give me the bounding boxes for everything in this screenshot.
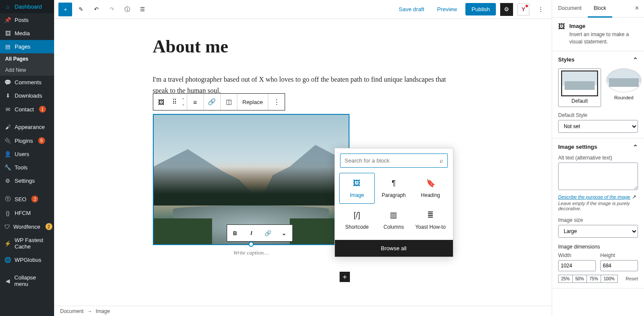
caption-more-button[interactable]: ⌄ — [276, 225, 292, 241]
nav-tools[interactable]: 🔧Tools — [0, 161, 54, 174]
add-block-button[interactable]: ＋ — [58, 3, 72, 16]
block-more-button[interactable]: ⋮ — [268, 94, 285, 110]
nav-pages[interactable]: ▤Pages — [0, 40, 54, 53]
heading-icon: 🔖 — [426, 178, 435, 188]
badge: 1 — [39, 106, 46, 113]
block-type-desc: Insert an image to make a visual stateme… — [569, 31, 638, 46]
more-options-button[interactable]: ⋮ — [534, 3, 547, 16]
settings-gear-button[interactable]: ⚙ — [500, 3, 513, 16]
save-draft-button[interactable]: Save draft — [395, 3, 428, 15]
pct-50[interactable]: 50% — [572, 275, 587, 283]
nav-comments[interactable]: 💬Comments — [0, 76, 54, 89]
image-caption[interactable]: Write caption… — [153, 247, 349, 259]
undo-button[interactable]: ↶ — [89, 3, 103, 16]
subnav-all-pages[interactable]: All Pages — [0, 53, 54, 64]
image-settings-panel: Image settings Alt text (alternative tex… — [552, 138, 644, 288]
outline-button[interactable]: ☰ — [136, 3, 149, 16]
caption-link-button[interactable]: 🔗 — [260, 225, 276, 241]
mail-icon: ✉ — [4, 106, 11, 113]
sidebar-label: Contact — [15, 106, 34, 113]
drag-handle[interactable]: ⠿ — [170, 94, 180, 110]
yoast-icon: Ⓨ — [4, 195, 11, 203]
move-up-button[interactable]: ⌃ — [182, 98, 185, 102]
sidebar-label: Pages — [15, 43, 30, 50]
nav-wpglobus[interactable]: 🌐WPGlobus — [0, 253, 54, 267]
sidebar-label: HFCM — [15, 210, 31, 216]
inserter-block-shortcode[interactable]: [/]Shortcode — [339, 205, 375, 236]
styles-header[interactable]: Styles — [558, 56, 638, 63]
nav-downloads[interactable]: ⬇Downloads — [0, 89, 54, 102]
breadcrumb-document[interactable]: Document — [60, 308, 84, 314]
badge: 2 — [31, 196, 38, 202]
tab-block[interactable]: Block — [588, 0, 612, 18]
nav-users[interactable]: 👤Users — [0, 147, 54, 161]
nav-seo[interactable]: ⓎSEO2 — [0, 192, 54, 206]
alt-text-input[interactable] — [558, 163, 638, 190]
pct-25[interactable]: 25% — [558, 275, 573, 283]
nav-media[interactable]: 🖾Media — [0, 27, 54, 40]
image-icon: 🖼 — [353, 179, 361, 188]
block-type-button[interactable]: 🖼 — [153, 94, 170, 110]
nav-settings[interactable]: ⚙Settings — [0, 174, 54, 187]
nav-plugins[interactable]: 🔌Plugins9 — [0, 134, 54, 147]
info-button[interactable]: ⓘ — [120, 3, 134, 16]
image-settings-header[interactable]: Image settings — [558, 144, 638, 150]
width-input[interactable] — [558, 260, 596, 271]
editor-toolbar: ＋ ✎ ↶ ↷ ⓘ ☰ Save draft Preview Publish ⚙… — [54, 0, 552, 19]
replace-button[interactable]: Replace — [237, 94, 268, 110]
collapse-menu[interactable]: ◀Collapse menu — [0, 271, 54, 291]
subnav-add-new[interactable]: Add New — [0, 64, 54, 76]
nav-contact[interactable]: ✉Contact1 — [0, 102, 54, 116]
inserter-block-heading[interactable]: 🔖Heading — [413, 173, 449, 204]
height-input[interactable] — [600, 260, 638, 271]
publish-button[interactable]: Publish — [465, 3, 496, 15]
image-block[interactable]: B I 🔗 ⌄ — [153, 114, 349, 245]
yoast-button[interactable]: Y — [517, 3, 529, 15]
bold-button[interactable]: B — [227, 225, 243, 241]
default-style-select[interactable]: Not set — [558, 120, 638, 133]
reset-dimensions[interactable]: Reset — [626, 276, 638, 281]
download-icon: ⬇ — [4, 92, 11, 99]
style-default[interactable]: Default — [558, 68, 601, 107]
editor-canvas[interactable]: About me I'm a travel photographer based… — [54, 19, 552, 316]
nav-wordfence[interactable]: 🛡Wordfence2 — [0, 220, 54, 233]
code-icon: {} — [4, 210, 11, 216]
style-rounded[interactable]: Rounded — [606, 68, 641, 107]
inserter-block-image[interactable]: 🖼Image — [339, 173, 375, 204]
align-button[interactable]: ≡ — [187, 94, 204, 110]
inserter-block-yoast[interactable]: ≣Yoast How-to — [413, 205, 449, 236]
crop-button[interactable]: ◫ — [221, 94, 237, 110]
preview-button[interactable]: Preview — [433, 3, 461, 15]
link-button[interactable]: 🔗 — [204, 94, 220, 110]
page-title[interactable]: About me — [153, 36, 453, 57]
search-icon: ⌕ — [440, 157, 443, 164]
inserter-search[interactable]: ⌕ — [340, 153, 448, 168]
image-size-select[interactable]: Large — [558, 225, 638, 238]
nav-appearance[interactable]: 🖌Appearance — [0, 120, 54, 134]
browse-all-button[interactable]: Browse all — [335, 240, 453, 257]
close-settings-button[interactable]: × — [630, 0, 644, 17]
alt-help-link[interactable]: Describe the purpose of the image — [558, 194, 630, 199]
nav-hfcm[interactable]: {}HFCM — [0, 206, 54, 220]
nav-posts[interactable]: 📌Posts — [0, 13, 54, 27]
pct-75[interactable]: 75% — [586, 275, 601, 283]
nav-wpfc[interactable]: ⚡WP Fastest Cache — [0, 233, 54, 253]
resize-handle[interactable] — [249, 242, 254, 247]
add-block-after[interactable]: ＋ — [340, 272, 350, 282]
move-down-button[interactable]: ⌄ — [182, 102, 185, 106]
image-size-label: Image size — [558, 217, 638, 223]
intro-paragraph[interactable]: I'm a travel photographer based out of X… — [153, 74, 453, 96]
sidebar-label: Comments — [15, 79, 42, 86]
italic-button[interactable]: I — [243, 225, 260, 241]
tab-document[interactable]: Document — [552, 0, 588, 17]
pct-100[interactable]: 100% — [601, 275, 618, 283]
edit-mode-button[interactable]: ✎ — [74, 3, 88, 16]
breadcrumb-block[interactable]: Image — [96, 308, 110, 314]
nav-dashboard[interactable]: ⌂Dashboard — [0, 0, 54, 13]
badge: 9 — [38, 137, 45, 144]
inserter-block-columns[interactable]: ▥Columns — [376, 205, 412, 236]
redo-button[interactable]: ↷ — [105, 3, 118, 16]
search-input[interactable] — [345, 157, 440, 164]
inserter-block-paragraph[interactable]: ¶Paragraph — [376, 173, 412, 204]
default-style-label: Default Style — [558, 112, 638, 118]
